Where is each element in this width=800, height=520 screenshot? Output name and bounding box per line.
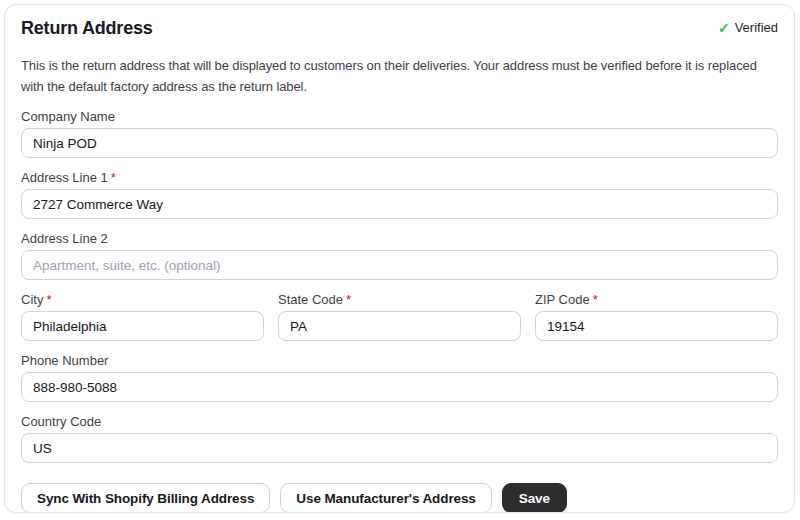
actions-row: Sync With Shopify Billing Address Use Ma…: [21, 483, 778, 513]
sync-shopify-billing-address-button[interactable]: Sync With Shopify Billing Address: [21, 483, 270, 513]
state-code-label: State Code*: [278, 293, 521, 307]
address-line-1-input[interactable]: [21, 189, 778, 219]
field-company-name: Company Name: [21, 110, 778, 158]
phone-number-input[interactable]: [21, 372, 778, 402]
address-line-2-label: Address Line 2: [21, 232, 778, 246]
field-state-code: State Code*: [278, 293, 521, 341]
city-state-zip-row: City* State Code* ZIP Code*: [21, 293, 778, 341]
check-icon: ✓: [718, 18, 730, 38]
return-address-card: Return Address ✓ Verified This is the re…: [4, 4, 795, 513]
use-manufacturers-address-button[interactable]: Use Manufacturer's Address: [280, 483, 491, 513]
field-city: City*: [21, 293, 264, 341]
card-header: Return Address ✓ Verified: [21, 18, 778, 38]
company-name-label: Company Name: [21, 110, 778, 124]
field-phone-number: Phone Number: [21, 354, 778, 402]
phone-number-label: Phone Number: [21, 354, 778, 368]
address-line-1-label: Address Line 1*: [21, 171, 778, 185]
required-marker: *: [593, 292, 598, 307]
field-country-code: Country Code: [21, 415, 778, 463]
page-title: Return Address: [21, 18, 153, 38]
zip-code-label: ZIP Code*: [535, 293, 778, 307]
company-name-input[interactable]: [21, 128, 778, 158]
verified-badge: ✓ Verified: [718, 18, 778, 38]
save-button[interactable]: Save: [502, 483, 567, 513]
zip-code-input[interactable]: [535, 311, 778, 341]
description-text: This is the return address that will be …: [21, 56, 778, 97]
field-address-line-1: Address Line 1*: [21, 171, 778, 219]
verified-label: Verified: [735, 18, 778, 38]
country-code-input[interactable]: [21, 433, 778, 463]
state-code-input[interactable]: [278, 311, 521, 341]
country-code-label: Country Code: [21, 415, 778, 429]
address-line-2-input[interactable]: [21, 250, 778, 280]
city-input[interactable]: [21, 311, 264, 341]
required-marker: *: [46, 292, 51, 307]
required-marker: *: [111, 170, 116, 185]
required-marker: *: [346, 292, 351, 307]
field-address-line-2: Address Line 2: [21, 232, 778, 280]
field-zip-code: ZIP Code*: [535, 293, 778, 341]
city-label: City*: [21, 293, 264, 307]
